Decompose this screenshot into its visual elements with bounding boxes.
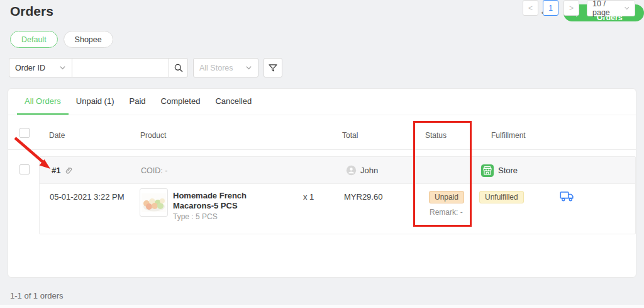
column-status: Status (425, 131, 447, 140)
search-type-value: Order ID (15, 64, 45, 72)
filter-bar: Order ID All Stores (9, 58, 282, 77)
store-icon (480, 164, 494, 178)
store-name: Store (498, 166, 518, 175)
column-date: Date (49, 131, 65, 140)
status-tabs: All Orders Unpaid (1) Paid Completed Can… (8, 89, 636, 115)
search-input[interactable] (72, 58, 169, 77)
customer-icon (346, 165, 357, 176)
customer-name[interactable]: John (360, 166, 378, 175)
chevron-down-icon (624, 5, 630, 11)
tab-paid[interactable]: Paid (122, 89, 153, 115)
orders-card: All Orders Unpaid (1) Paid Completed Can… (8, 88, 636, 278)
truck-icon (560, 191, 574, 202)
orders-count-summary: 1-1 of 1 orders (10, 291, 64, 300)
order-detail-row: 05-01-2021 3:22 PM Homemade French Macar… (40, 184, 635, 234)
product-name[interactable]: Homemade French Macarons-5 PCS (173, 191, 260, 211)
page-size-value: 10 / page (592, 0, 624, 17)
order-row-group: #1 COID: - John (39, 156, 636, 234)
page-size-select[interactable]: 10 / page (587, 0, 635, 16)
fulfill-shipping-button[interactable] (560, 191, 574, 205)
funnel-icon (268, 63, 278, 73)
tab-unpaid[interactable]: Unpaid (1) (69, 89, 122, 115)
product-thumbnail[interactable] (140, 188, 168, 217)
order-coid: COID: - (141, 166, 167, 175)
page-title: Orders (10, 4, 53, 19)
select-all-checkbox[interactable] (19, 128, 30, 138)
product-variant: Type : 5 PCS (173, 212, 218, 221)
pagination-prev-button[interactable]: < (523, 0, 538, 16)
pagination-next-button[interactable]: > (564, 0, 579, 16)
chevron-down-icon (245, 64, 252, 71)
tab-cancelled[interactable]: Cancelled (208, 89, 259, 115)
paperclip-icon (62, 164, 75, 177)
order-total: MYR29.60 (344, 192, 382, 202)
store-select[interactable]: All Stores (193, 58, 258, 77)
filter-button[interactable] (264, 58, 282, 77)
store-select-placeholder: All Stores (199, 64, 233, 72)
bottom-strip (0, 305, 644, 308)
view-pills: Default Shopee (10, 31, 113, 48)
column-product: Product (140, 131, 166, 140)
column-fulfillment: Fulfillment (491, 131, 526, 140)
search-type-select[interactable]: Order ID (9, 58, 72, 77)
search-button[interactable] (169, 58, 188, 77)
row-checkbox[interactable] (19, 164, 30, 174)
payment-status-badge: Unpaid (429, 191, 464, 203)
product-quantity: x 1 (303, 192, 314, 202)
tab-completed[interactable]: Completed (153, 89, 208, 115)
order-summary-row[interactable]: #1 COID: - John (40, 157, 635, 184)
order-date: 05-01-2021 3:22 PM (50, 192, 125, 202)
tab-all-orders[interactable]: All Orders (17, 89, 69, 115)
chevron-down-icon (59, 64, 66, 71)
search-icon (174, 63, 184, 73)
order-number[interactable]: #1 (52, 166, 60, 175)
pagination-page-1[interactable]: 1 (543, 0, 558, 16)
column-total: Total (342, 131, 358, 140)
pill-shopee[interactable]: Shopee (64, 31, 113, 48)
order-remark: Remark: - (430, 208, 463, 217)
macarons-image (142, 193, 166, 212)
pill-default[interactable]: Default (10, 31, 58, 48)
table-header: Date Product Total Status Fulfillment (8, 116, 636, 150)
fulfillment-status-badge: Unfulfilled (479, 191, 524, 203)
